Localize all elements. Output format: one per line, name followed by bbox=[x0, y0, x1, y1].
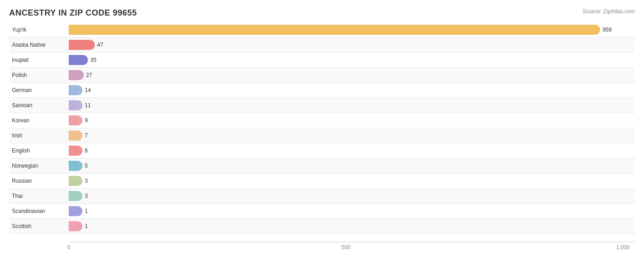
bar-value: 1 bbox=[85, 223, 88, 229]
bar-wrapper: 47 bbox=[69, 38, 635, 52]
bar: 27 bbox=[69, 70, 84, 80]
bar: 6 bbox=[69, 146, 82, 156]
bar-wrapper: 35 bbox=[69, 53, 635, 67]
bar: 9 bbox=[69, 115, 82, 125]
bar-label: English bbox=[9, 147, 69, 154]
bar: 3 bbox=[69, 191, 82, 201]
bar-label: Samoan bbox=[9, 102, 69, 109]
x-tick: 1,000 bbox=[616, 244, 630, 251]
bar-row: Samoan11 bbox=[9, 98, 635, 113]
bar: 3 bbox=[69, 176, 82, 186]
bar-value: 6 bbox=[85, 147, 88, 154]
bar-value: 9 bbox=[85, 117, 88, 124]
bar-label: German bbox=[9, 87, 69, 93]
bar-label: Polish bbox=[9, 72, 69, 78]
bar-label: Scottish bbox=[9, 223, 69, 229]
chart-container: ANCESTRY IN ZIP CODE 99655 Source: ZipAt… bbox=[0, 0, 644, 278]
bar-label: Korean bbox=[9, 117, 69, 124]
bar-label: Thai bbox=[9, 193, 69, 199]
bar-row: Thai3 bbox=[9, 189, 635, 204]
bar-wrapper: 1 bbox=[69, 219, 635, 234]
bar-label: Norwegian bbox=[9, 163, 69, 169]
bars-section: Yup'ik959Alaska Native47Inupiat35Polish2… bbox=[9, 22, 635, 242]
bar: 1 bbox=[69, 221, 82, 231]
bar-row: Alaska Native47 bbox=[9, 38, 635, 53]
bar-row: Korean9 bbox=[9, 113, 635, 128]
bar-value: 959 bbox=[602, 27, 611, 33]
chart-source: Source: ZipAtlas.com bbox=[583, 8, 635, 15]
bar-label: Irish bbox=[9, 132, 69, 139]
bar-wrapper: 27 bbox=[69, 68, 635, 82]
bar-value: 14 bbox=[85, 87, 91, 93]
bar: 959 bbox=[69, 25, 600, 35]
bar-value: 47 bbox=[97, 42, 103, 48]
bar-row: Inupiat35 bbox=[9, 53, 635, 68]
x-tick: 0 bbox=[67, 244, 71, 251]
bar-row: Norwegian5 bbox=[9, 158, 635, 174]
x-tick: 500 bbox=[341, 244, 350, 251]
bar-row: German14 bbox=[9, 83, 635, 98]
bar-wrapper: 3 bbox=[69, 174, 635, 188]
bar-wrapper: 3 bbox=[69, 189, 635, 203]
chart-title: ANCESTRY IN ZIP CODE 99655 bbox=[9, 8, 635, 18]
x-axis: 05001,000 bbox=[69, 242, 635, 256]
bar-value: 35 bbox=[90, 57, 96, 63]
bar-wrapper: 5 bbox=[69, 158, 635, 173]
bar-wrapper: 11 bbox=[69, 98, 635, 113]
bar-row: English6 bbox=[9, 143, 635, 158]
bar-row: Russian3 bbox=[9, 174, 635, 189]
bar-value: 3 bbox=[85, 193, 88, 199]
bar-label: Inupiat bbox=[9, 57, 69, 63]
bar: 14 bbox=[69, 85, 82, 95]
bar-row: Polish27 bbox=[9, 68, 635, 83]
bar-value: 3 bbox=[85, 178, 88, 184]
bar-wrapper: 9 bbox=[69, 113, 635, 128]
bar: 11 bbox=[69, 100, 82, 110]
bar-wrapper: 959 bbox=[69, 22, 635, 37]
bar-value: 1 bbox=[85, 208, 88, 214]
bar-wrapper: 1 bbox=[69, 204, 635, 218]
bar: 7 bbox=[69, 131, 82, 141]
bar: 1 bbox=[69, 206, 82, 216]
bar-value: 5 bbox=[85, 163, 88, 169]
bar-label: Yup'ik bbox=[9, 27, 69, 33]
bar-row: Yup'ik959 bbox=[9, 22, 635, 38]
bar-row: Irish7 bbox=[9, 128, 635, 143]
bar-wrapper: 14 bbox=[69, 83, 635, 98]
bar-value: 27 bbox=[86, 72, 92, 78]
bar-label: Russian bbox=[9, 178, 69, 184]
bar-wrapper: 6 bbox=[69, 143, 635, 158]
bar: 5 bbox=[69, 161, 82, 171]
bar-value: 7 bbox=[85, 132, 88, 139]
bar-row: Scandinavian1 bbox=[9, 204, 635, 219]
bar-wrapper: 7 bbox=[69, 128, 635, 143]
bar-label: Scandinavian bbox=[9, 208, 69, 214]
chart-area: Yup'ik959Alaska Native47Inupiat35Polish2… bbox=[9, 22, 635, 256]
bar: 35 bbox=[69, 55, 88, 65]
bar-row: Scottish1 bbox=[9, 219, 635, 234]
bar-label: Alaska Native bbox=[9, 42, 69, 48]
bar-value: 11 bbox=[85, 102, 91, 109]
bar: 47 bbox=[69, 40, 95, 50]
